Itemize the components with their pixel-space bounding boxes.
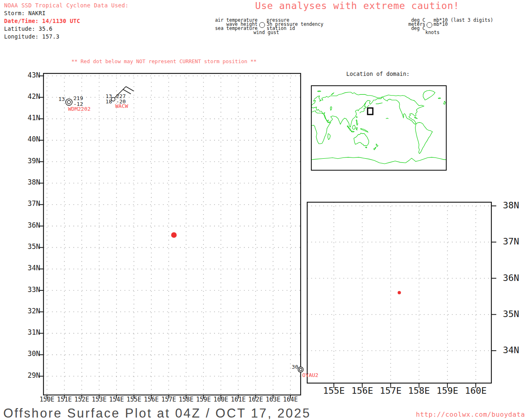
storm-position-dot [398,291,401,294]
coastline [317,91,321,91]
zoom-map-x-label: 157E [374,386,407,395]
main-map-y-label: 29N [16,372,40,379]
coastline [366,105,369,108]
coastline [374,147,376,150]
legend-unit-mb10: mb*10 [434,22,448,27]
main-map-x-label: 151E [55,397,73,403]
coastline [376,103,382,104]
coastline [415,122,433,153]
legend-unit-knots: knots [425,30,440,35]
zoom-map-x-label: 156E [346,386,379,395]
coastline [365,103,366,106]
station-wdm2202-air-temp: 13 [52,96,65,102]
main-map-y-label: 33N [16,286,40,294]
station-oyau2-calm-icon [298,367,304,372]
main-map-y-label: 43N [16,72,40,79]
legend-sea-temperature: sea temperature [172,26,258,31]
main-map-x-label: 156E [142,397,160,403]
header-storm-line: Storm: NAKRI [4,10,46,16]
main-map-x-label: 163E [264,397,282,403]
main-map-y-label: 32N [16,308,40,315]
coastline [444,101,446,104]
main-map-x-label: 164E [281,397,299,403]
coastline [438,98,441,98]
station-wacw-id: WACW [115,103,128,109]
main-map-y-label: 35N [16,243,40,251]
station-wacw-sea-temp: 18 [100,99,112,105]
station-wdm2202-calm-icon [66,99,72,105]
header-longitude-line: Longitude: 157.3 [4,34,59,39]
header-noaa-title: NOAA SSD Tropical Cyclone Data Used: [4,2,128,8]
coastline [352,125,355,129]
world-map-title: Location of domain: [311,71,445,77]
zoom-map-y-label: 34N [503,345,525,355]
main-map-x-label: 155E [125,397,143,403]
main-map-y-label: 36N [16,222,40,229]
plot-title: Offshore Surface Plot at 04Z / OCT 17, 2… [3,406,311,420]
station-wacw-wind-barb [126,87,134,91]
station-oyau2-air-temp: 30 [286,364,298,370]
main-map-x-label: 153E [90,397,108,403]
main-map-x-label: 154E [107,397,126,403]
source-url: http://coolwx.com/buoydata [416,411,525,418]
main-map-x-label: 157E [160,397,178,403]
coastline [312,92,383,127]
main-map-x-label: 161E [229,397,247,403]
main-map-x-label: 159E [194,397,212,403]
station-wdm2202-pressure: 219 [73,96,83,101]
main-map-y-label: 39N [16,158,40,165]
main-map-y-label: 31N [16,329,40,336]
zoom-map-y-label: 35N [503,309,525,319]
main-map-y-label: 34N [16,265,40,272]
zoom-inset-map [304,199,525,404]
coastline [356,116,357,118]
coastline [330,107,332,110]
main-map-y-label: 40N [16,136,40,143]
world-map-frame [311,85,447,171]
storm-position-warning: ** Red dot below may NOT represent CURRE… [71,59,257,64]
main-map [39,68,306,409]
coastline [383,95,424,124]
zoom-map-x-label: 158E [403,386,436,395]
main-map-x-label: 150E [38,397,56,403]
coastline [351,131,354,132]
coastline [376,144,378,147]
zoom-map-x-label: 160E [459,386,492,395]
main-map-y-label: 42N [16,93,40,100]
coastline [331,93,334,95]
station-wdm2202-calm-icon [67,100,71,104]
main-map-y-label: 41N [16,114,40,122]
zoom-map-y-label: 37N [503,237,525,246]
coastline [365,147,367,148]
coastline [312,157,446,164]
station-oyau2-id: OYAU2 [302,372,318,378]
main-map-x-label: 162E [247,397,265,403]
zoom-map-y-label: 36N [503,273,525,283]
zoom-map-x-label: 155E [317,386,350,395]
coastline [356,128,358,130]
header-datetime-line: Date/Time: 14/1130 UTC [4,18,80,24]
main-map-y-label: 37N [16,200,40,208]
main-map-x-label: 152E [73,397,91,403]
main-map-x-label: 158E [177,397,195,403]
zoom-map-x-label: 159E [431,386,464,395]
coastline [423,90,435,100]
legend-unit-degc-sea: deg C [386,26,425,31]
coastline [415,117,418,119]
domain-location-box [368,108,373,114]
legend-wind-gust: wind gust [253,30,279,35]
coastline [361,128,368,132]
main-map-y-label: 30N [16,350,40,358]
storm-position-dot [171,232,177,238]
header-latitude-line: Latitude: 35.6 [4,26,52,32]
coastline [360,106,366,113]
coastline [386,118,388,119]
coastline [328,134,330,140]
station-circle-icon [427,22,432,28]
zoom-map-y-label: 38N [503,201,525,210]
coastline [356,120,358,126]
world-map [312,86,446,170]
station-wdm2202-id: WDM2202 [68,106,91,112]
main-map-y-label: 38N [16,179,40,186]
caution-headline: Use analyses with extreme caution! [255,1,459,11]
